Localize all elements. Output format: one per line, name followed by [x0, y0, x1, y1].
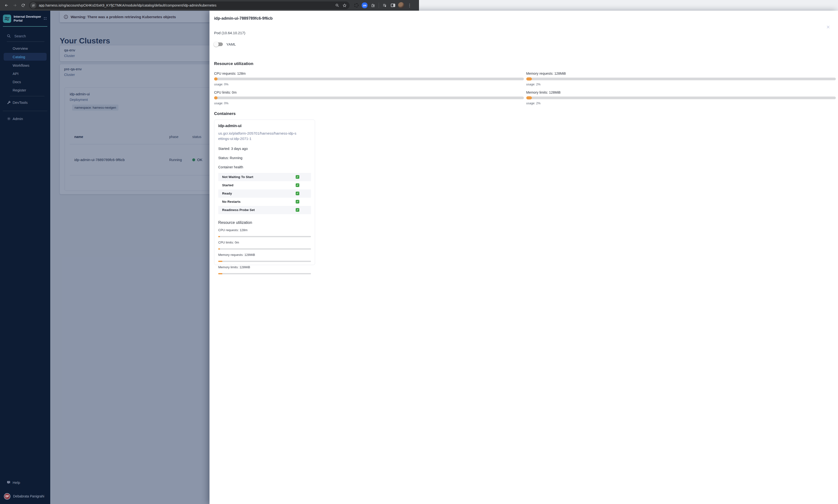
- sidebar-divider-long: [3, 111, 47, 111]
- health-row-ready: Ready ✓: [218, 190, 311, 198]
- sidebar: Internal Developer Portal Search Overvie…: [0, 11, 50, 252]
- yaml-toggle-knob: [214, 42, 219, 47]
- cpu-requests-bar: [214, 78, 419, 80]
- bookmark-star-icon[interactable]: [341, 2, 348, 9]
- health-row-not-waiting: Not Waiting To Start ✓: [218, 173, 311, 181]
- check-icon: ✓: [296, 175, 299, 179]
- media-playlist-icon[interactable]: [381, 2, 388, 9]
- container-status: Status: Running: [218, 156, 311, 160]
- search-label: Search: [14, 34, 26, 38]
- sidebar-item-api[interactable]: API: [0, 70, 50, 77]
- toolbar-divider: [379, 3, 379, 8]
- sidebar-item-register[interactable]: Register: [0, 86, 50, 94]
- container-name: idp-admin-ui: [218, 124, 311, 128]
- check-icon: ✓: [296, 183, 299, 187]
- metric-cpu-limits: CPU limits: 0m usage: 0%: [214, 90, 419, 105]
- browser-profile-avatar[interactable]: [398, 2, 405, 9]
- health-row-no-restarts: No Restarts ✓: [218, 198, 311, 206]
- loading-extension-icon[interactable]: [353, 2, 360, 9]
- containers-heading: Containers: [214, 111, 419, 116]
- side-panel-icon[interactable]: [390, 2, 397, 9]
- resource-utilization-heading: Resource utilization: [214, 61, 419, 66]
- sidebar-item-workflows[interactable]: Workflows: [0, 61, 50, 69]
- zoom-extension-icon[interactable]: zm: [361, 2, 368, 9]
- health-row-readiness-probe: Readiness Probe Set ✓: [218, 206, 311, 214]
- app-switcher-icon[interactable]: [43, 17, 47, 21]
- sidebar-divider: [10, 96, 45, 96]
- wrench-icon: [6, 101, 11, 105]
- container-cpu-requests-bar: [218, 236, 311, 237]
- cpu-limits-bar: [214, 96, 419, 99]
- container-cpu-requests-label: CPU requests: 128m: [218, 228, 311, 232]
- check-icon: ✓: [296, 192, 299, 195]
- container-started: Started: 3 days ago: [218, 147, 311, 150]
- address-bar[interactable]: app.harness.io/ng/account/vpCkHKsDSxK9_K…: [29, 1, 350, 9]
- browser-toolbar: app.harness.io/ng/account/vpCkHKsDSxK9_K…: [0, 0, 419, 11]
- metric-cpu-requests: CPU requests: 128m usage: 0%: [214, 72, 419, 86]
- reload-icon[interactable]: [19, 1, 27, 10]
- container-cpu-limits-bar: [218, 248, 311, 250]
- health-row-started: Started ✓: [218, 181, 311, 190]
- pod-ip-label: Pod (10.64.10.217): [214, 31, 419, 35]
- extensions-puzzle-icon[interactable]: [369, 2, 376, 9]
- container-image: us.gcr.io/platform-205701/harness/harnes…: [218, 131, 298, 141]
- back-icon[interactable]: [2, 1, 11, 10]
- container-health-heading: Container health: [218, 165, 311, 169]
- container-health-list: Not Waiting To Start ✓ Started ✓ Ready ✓…: [218, 173, 311, 214]
- sidebar-item-docs[interactable]: Docs: [0, 78, 50, 85]
- gear-icon: [6, 117, 11, 121]
- find-in-page-icon[interactable]: [334, 2, 341, 9]
- extensions-area: zm ⋮: [353, 2, 413, 9]
- devtools-label: DevTools: [13, 101, 28, 105]
- container-card: idp-admin-ui us.gcr.io/platform-205701/h…: [214, 120, 315, 252]
- container-resource-heading: Resource utilization: [218, 220, 311, 225]
- sidebar-item-overview[interactable]: Overview: [0, 44, 50, 52]
- browser-menu-icon[interactable]: ⋮: [406, 2, 413, 9]
- yaml-toggle-row: YAML: [214, 42, 419, 46]
- yaml-toggle[interactable]: [214, 42, 223, 46]
- sidebar-item-devtools[interactable]: DevTools: [0, 98, 50, 107]
- search-icon: [7, 34, 11, 38]
- portal-title: Internal Developer Portal: [14, 15, 43, 23]
- sidebar-nav: Overview Catalog Workflows API Docs Regi…: [0, 44, 50, 94]
- harness-idp-logo: [3, 15, 11, 23]
- check-icon: ✓: [296, 208, 299, 212]
- yaml-toggle-label: YAML: [226, 42, 236, 46]
- forward-icon[interactable]: [11, 1, 19, 10]
- check-icon: ✓: [296, 200, 299, 203]
- sidebar-accent-divider: [3, 26, 47, 27]
- container-cpu-limits-label: CPU limits: 0m: [218, 240, 311, 244]
- drawer-title: idp-admin-ui-7889789fc6-9f6cb: [214, 16, 419, 21]
- sidebar-item-admin[interactable]: Admin: [0, 114, 50, 123]
- sidebar-search[interactable]: Search: [7, 34, 45, 42]
- url-text[interactable]: app.harness.io/ng/account/vpCkHKsDSxK9_K…: [39, 3, 334, 7]
- sidebar-item-catalog[interactable]: Catalog: [4, 53, 47, 61]
- admin-label: Admin: [13, 117, 23, 121]
- pod-details-drawer: idp-admin-ui-7889789fc6-9f6cb Pod (10.64…: [209, 11, 419, 252]
- site-settings-icon[interactable]: [30, 2, 36, 8]
- resource-metrics: CPU requests: 128m usage: 0% Memory requ…: [214, 72, 419, 105]
